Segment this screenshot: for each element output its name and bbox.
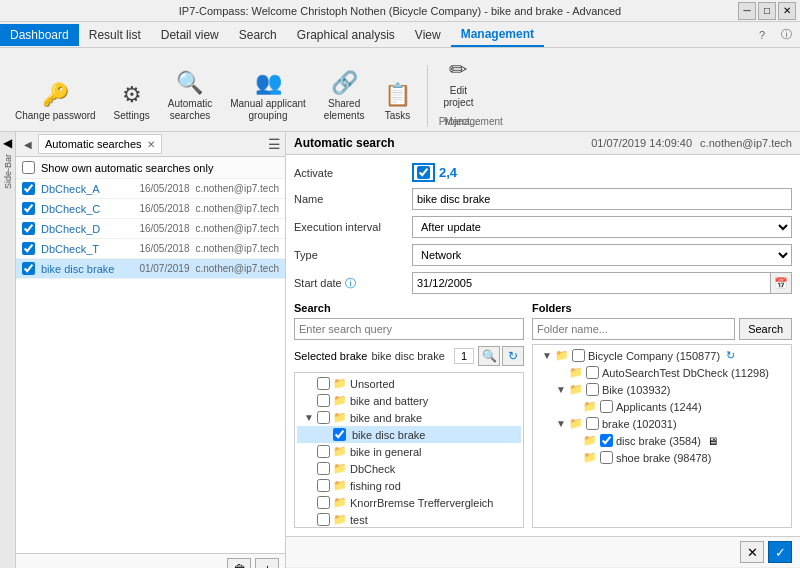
minimize-button[interactable]: ─	[738, 2, 756, 20]
panel-options-icon[interactable]: ☰	[268, 136, 281, 152]
side-bar-toggle[interactable]: ◀ Side-Bar	[0, 132, 16, 568]
window-controls[interactable]: ─ □ ✕	[738, 2, 796, 20]
auto-search-item[interactable]: DbCheck_D 16/05/2018 c.nothen@ip7.tech	[16, 219, 285, 239]
edit-project-label: Editproject	[443, 85, 473, 109]
calendar-button[interactable]: 📅	[770, 272, 792, 294]
search-tree: 📁 Unsorted 📁 bike and battery ▼ 📁 bike a…	[294, 372, 524, 528]
folder-item-checkbox[interactable]	[600, 400, 613, 413]
search-tree-item[interactable]: 📁 bike in general	[297, 443, 521, 460]
edit-project-button[interactable]: ✏ Editproject	[436, 52, 480, 114]
search-tree-item[interactable]: 📁 test	[297, 511, 521, 528]
tree-item-checkbox[interactable]	[317, 411, 330, 424]
tree-item-checkbox[interactable]	[317, 377, 330, 390]
activate-checkbox[interactable]	[417, 166, 430, 179]
start-date-row: Start date ⓘ 📅	[294, 272, 792, 294]
auto-search-item[interactable]: DbCheck_A 16/05/2018 c.nothen@ip7.tech	[16, 179, 285, 199]
delete-button[interactable]: 🗑	[227, 558, 251, 568]
tree-item-checkbox[interactable]	[317, 394, 330, 407]
left-panel-footer: 🗑 ＋	[16, 553, 285, 568]
shared-label: Sharedelements	[324, 98, 365, 122]
change-password-button[interactable]: 🔑 Change password	[8, 77, 103, 127]
panel-tab-arrow-left[interactable]: ◀	[20, 137, 36, 152]
menu-detail-view[interactable]: Detail view	[151, 24, 229, 46]
folder-search-button[interactable]: Search	[739, 318, 792, 340]
folder-item-checkbox[interactable]	[586, 366, 599, 379]
item-checkbox[interactable]	[22, 182, 35, 195]
search-tree-item[interactable]: ▼ 📁 bike and brake	[297, 409, 521, 426]
tree-item-checkbox[interactable]	[317, 445, 330, 458]
menu-dashboard[interactable]: Dashboard	[0, 24, 79, 46]
type-select[interactable]: Network	[412, 244, 792, 266]
confirm-button[interactable]: ✓	[768, 541, 792, 563]
tree-expand-arrow: ▼	[304, 412, 314, 423]
folder-tree-item[interactable]: 📁 Applicants (1244)	[535, 398, 789, 415]
folder-item-checkbox[interactable]	[572, 349, 585, 362]
folder-item-checkbox[interactable]	[586, 417, 599, 430]
automatic-searches-tab[interactable]: Automatic searches ✕	[38, 134, 162, 154]
menu-management[interactable]: Management	[451, 23, 544, 47]
folder-item-checkbox[interactable]	[600, 451, 613, 464]
tree-item-checkbox[interactable]	[317, 462, 330, 475]
auto-search-item[interactable]: DbCheck_C 16/05/2018 c.nothen@ip7.tech	[16, 199, 285, 219]
add-button[interactable]: ＋	[255, 558, 279, 568]
show-own-checkbox[interactable]	[22, 161, 35, 174]
folder-tree-item[interactable]: ▼ 📁 Bike (103932)	[535, 381, 789, 398]
manual-applicant-grouping-button[interactable]: 👥 Manual applicantgrouping	[223, 65, 313, 127]
change-password-label: Change password	[15, 110, 96, 122]
auto-search-item[interactable]: bike disc brake 01/07/2019 c.nothen@ip7.…	[16, 259, 285, 279]
about-icon[interactable]: ⓘ	[773, 23, 800, 46]
search-tree-item[interactable]: 📁 fishing rod	[297, 477, 521, 494]
search-icon-button[interactable]: 🔍	[478, 346, 500, 366]
item-checkbox[interactable]	[22, 202, 35, 215]
key-icon: 🔑	[42, 82, 69, 108]
automatic-searches-button[interactable]: 🔍 Automaticsearches	[161, 65, 219, 127]
tree-item-checkbox[interactable]	[317, 479, 330, 492]
info-icon[interactable]: ⓘ	[345, 277, 356, 289]
close-button[interactable]: ✕	[778, 2, 796, 20]
right-panel: Automatic search 01/07/2019 14:09:40 c.n…	[286, 132, 800, 568]
folder-tree-item[interactable]: 📁 shoe brake (98478)	[535, 449, 789, 466]
folder-tree-item[interactable]: ▼ 📁 brake (102031)	[535, 415, 789, 432]
tree-item-label: test	[350, 514, 368, 526]
cancel-button[interactable]: ✕	[740, 541, 764, 563]
folder-tree-item[interactable]: ▼ 📁 Bicycle Company (150877) ↻	[535, 347, 789, 364]
title-bar: IP7-Compass: Welcome Christoph Nothen (B…	[0, 0, 800, 22]
menu-view[interactable]: View	[405, 24, 451, 46]
search-tree-item[interactable]: 📁 KnorrBremse Treffervergleich	[297, 494, 521, 511]
folder-icon: 📁	[583, 400, 597, 413]
folder-tree-item[interactable]: 📁 disc brake (3584) 🖥	[535, 432, 789, 449]
tree-item-checkbox[interactable]	[317, 513, 330, 526]
search-tree-item[interactable]: bike disc brake	[297, 426, 521, 443]
shared-elements-button[interactable]: 🔗 Sharedelements	[317, 65, 372, 127]
execution-interval-select[interactable]: After update	[412, 216, 792, 238]
activate-checkbox-box[interactable]	[412, 163, 435, 182]
tree-folder-icon: 📁	[333, 479, 347, 492]
folder-search-input[interactable]	[532, 318, 735, 340]
tasks-button[interactable]: 📋 Tasks	[375, 77, 419, 127]
tab-close-icon[interactable]: ✕	[147, 139, 155, 150]
item-checkbox[interactable]	[22, 242, 35, 255]
folder-item-checkbox[interactable]	[586, 383, 599, 396]
search-tree-item[interactable]: 📁 bike and battery	[297, 392, 521, 409]
menu-graphical-analysis[interactable]: Graphical analysis	[287, 24, 405, 46]
item-checkbox[interactable]	[22, 222, 35, 235]
start-date-input[interactable]	[412, 272, 770, 294]
search-tree-item[interactable]: 📁 DbCheck	[297, 460, 521, 477]
tree-item-checkbox[interactable]	[333, 428, 346, 441]
auto-search-item[interactable]: DbCheck_T 16/05/2018 c.nothen@ip7.tech	[16, 239, 285, 259]
maximize-button[interactable]: □	[758, 2, 776, 20]
help-icon[interactable]: ?	[751, 25, 773, 45]
refresh-search-button[interactable]: ↻	[502, 346, 524, 366]
menu-search[interactable]: Search	[229, 24, 287, 46]
name-input[interactable]	[412, 188, 792, 210]
settings-button[interactable]: ⚙ Settings	[107, 77, 157, 127]
search-tree-item[interactable]: 📁 Unsorted	[297, 375, 521, 392]
tree-item-checkbox[interactable]	[317, 496, 330, 509]
tree-folder-icon: 📁	[333, 462, 347, 475]
folder-tree-item[interactable]: 📁 AutoSearchTest DbCheck (11298)	[535, 364, 789, 381]
menu-result-list[interactable]: Result list	[79, 24, 151, 46]
folder-item-checkbox[interactable]	[600, 434, 613, 447]
search-query-input[interactable]	[294, 318, 524, 340]
item-checkbox[interactable]	[22, 262, 35, 275]
refresh-icon[interactable]: ↻	[726, 349, 735, 362]
